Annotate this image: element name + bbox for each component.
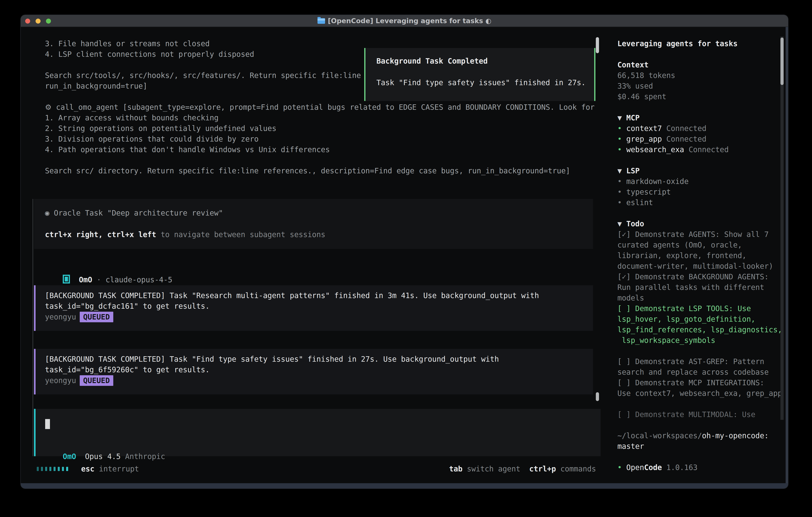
queued-badge: QUEUED xyxy=(80,375,113,386)
todo-line: [ ] Demonstrate MULTIMODAL: Use xyxy=(617,409,755,420)
status-dot-icon: • xyxy=(617,145,622,154)
todo-line: models xyxy=(617,293,644,303)
mcp-section-header[interactable]: ▼ MCP xyxy=(617,113,640,123)
lsp-item: • eslint xyxy=(617,197,653,208)
text-cursor xyxy=(45,419,50,429)
todo-line: librarian, explore, frontend, xyxy=(617,250,747,261)
status-dot-icon: • xyxy=(617,124,622,133)
log-line: 3. File handles or streams not closed xyxy=(45,38,210,49)
mcp-item: • grep_app Connected xyxy=(617,134,706,144)
ctrlp-key: ctrl+p xyxy=(529,465,556,473)
todo-line-active: [ ] Demonstrate LSP TOOLS: Use xyxy=(617,303,751,314)
main-scrollbar-thumb[interactable] xyxy=(596,37,599,53)
chevron-down-icon: ▼ xyxy=(617,166,622,175)
todo-line: curated agents (OmO, oracle, xyxy=(617,240,742,250)
sidebar-scrollbar-thumb[interactable] xyxy=(780,37,784,85)
background-task-toast[interactable]: Background Task Completed Task "Find typ… xyxy=(364,48,596,101)
task-user: yeongyu xyxy=(45,376,76,385)
log-line: 3. Division operations that could divide… xyxy=(45,134,259,144)
todo-line: search and replace across codebase xyxy=(617,367,768,377)
shortcut-hint: to navigate between subagent sessions xyxy=(156,230,325,239)
log-line: run_in_background=true] xyxy=(45,81,147,91)
window-footer-bar xyxy=(21,483,788,488)
todo-line-active: lsp_workspace_symbols xyxy=(617,335,715,346)
esc-hint: esc interrupt xyxy=(81,464,139,474)
context-used: 33% used xyxy=(617,81,653,91)
oracle-task-panel: ◉ Oracle Task "Deep architecture review"… xyxy=(34,199,593,249)
todo-line-active: lsp_find_references, lsp_diagnostics, xyxy=(617,324,782,335)
record-icon: ◉ xyxy=(45,209,49,217)
lsp-section-header[interactable]: ▼ LSP xyxy=(617,166,640,176)
tool-call-line: ⚙ call_omo_agent [subagent_type=explore,… xyxy=(45,102,594,113)
chevron-down-icon: ▼ xyxy=(617,113,622,122)
task-user: yeongyu xyxy=(45,313,76,321)
traffic-lights xyxy=(25,15,51,27)
workspace-branch: master xyxy=(617,441,644,452)
message-gutter-line xyxy=(33,199,33,456)
session-title: Leveraging agents for tasks xyxy=(617,38,737,49)
agent-icon xyxy=(63,275,70,283)
task-message-line: [BACKGROUND TASK COMPLETED] Task "Find t… xyxy=(45,354,499,364)
todo-line-active: lsp_hover, lsp_goto_definition, xyxy=(617,314,755,324)
main-scrollbar-thumb[interactable] xyxy=(596,392,599,401)
opencode-window: [OpenCode] Leveraging agents for tasks ◐… xyxy=(21,15,788,488)
mcp-item: • context7 Connected xyxy=(617,123,706,134)
todo-line: Use context7, websearch_exa, grep_app xyxy=(617,388,782,399)
log-line: 4. LSP client connections not properly d… xyxy=(45,49,254,60)
todo-line: [✓] Demonstrate BACKGROUND AGENTS: xyxy=(617,272,768,282)
input-provider: Anthropic xyxy=(125,452,165,461)
status-dot-icon: • xyxy=(617,463,622,472)
log-line: 2. String operations on potentially unde… xyxy=(45,123,276,134)
todo-line: [ ] Demonstrate MCP INTEGRATIONS: xyxy=(617,377,764,388)
zoom-window-button[interactable] xyxy=(46,19,51,24)
chevron-down-icon: ▼ xyxy=(617,219,622,228)
todo-line: [ ] Demonstrate AST-GREP: Pattern xyxy=(617,356,764,367)
context-tokens: 66,518 tokens xyxy=(617,70,675,81)
sidebar-scrollbar-track[interactable] xyxy=(780,36,784,420)
lsp-item: • typescript xyxy=(617,187,671,197)
shortcut-keys: ctrl+x right, ctrl+x left xyxy=(45,230,156,239)
task-message-line: [BACKGROUND TASK COMPLETED] Task "Resear… xyxy=(45,290,539,301)
folder-icon xyxy=(318,18,325,24)
workspace-path: ~/local-workspaces/oh-my-opencode: xyxy=(617,430,768,441)
spinner-dots xyxy=(37,464,68,474)
input-model: Opus 4.5 xyxy=(85,452,121,461)
log-line: 4. Path operations that don't handle Win… xyxy=(45,144,330,155)
bullet-icon: • xyxy=(617,177,622,186)
queued-badge: QUEUED xyxy=(80,312,113,322)
window-right-edge xyxy=(786,27,788,484)
log-line: Search src/ directory. Return specific f… xyxy=(45,166,570,176)
tab-label: switch agent xyxy=(467,465,520,473)
todo-line: Run parallel tasks with different xyxy=(617,282,764,293)
bullet-icon: • xyxy=(617,198,622,207)
window-title: [OpenCode] Leveraging agents for tasks ◐ xyxy=(328,17,492,25)
task-message-block[interactable]: [BACKGROUND TASK COMPLETED] Task "Resear… xyxy=(34,285,593,331)
status-hints: tab switch agent ctrl+p commands xyxy=(450,464,596,474)
task-message-block[interactable]: [BACKGROUND TASK COMPLETED] Task "Find t… xyxy=(34,349,593,394)
context-spent: $0.46 spent xyxy=(617,91,666,102)
minimize-window-button[interactable] xyxy=(35,19,40,24)
version-line: • OpenCode 1.0.163 xyxy=(617,462,697,473)
gear-icon: ⚙ xyxy=(45,103,52,112)
context-heading: Context xyxy=(617,60,648,70)
task-message-line: task_id="bg_dcfac161" to get results. xyxy=(45,301,210,311)
input-agent-name: OmO xyxy=(63,452,76,461)
todo-section-header[interactable]: ▼ Todo xyxy=(617,219,644,229)
mcp-item: • websearch_exa Connected xyxy=(617,144,729,155)
log-line: 1. Array access without bounds checking xyxy=(45,113,219,123)
toast-title: Background Task Completed xyxy=(376,56,488,66)
agent-name: OmO xyxy=(79,275,92,284)
oracle-task-title: Oracle Task "Deep architecture review" xyxy=(54,209,223,217)
todo-line: document-writer, multimodal-looker) xyxy=(617,261,773,272)
todo-line: [✓] Demonstrate AGENTS: Show all 7 xyxy=(617,229,768,240)
lsp-item: • markdown-oxide xyxy=(617,176,689,187)
title-bar: [OpenCode] Leveraging agents for tasks ◐ xyxy=(21,15,788,27)
task-message-line: task_id="bg_6f59260c" to get results. xyxy=(45,364,210,375)
tab-key: tab xyxy=(449,465,463,473)
close-window-button[interactable] xyxy=(25,19,30,24)
bullet-icon: • xyxy=(617,188,622,196)
agent-model: claude-opus-4-5 xyxy=(106,275,172,284)
log-line: Search src/tools/, src/hooks/, src/featu… xyxy=(45,70,361,81)
toast-body: Task "Find type safety issues" finished … xyxy=(376,77,586,88)
ctrlp-label: commands xyxy=(560,465,596,473)
